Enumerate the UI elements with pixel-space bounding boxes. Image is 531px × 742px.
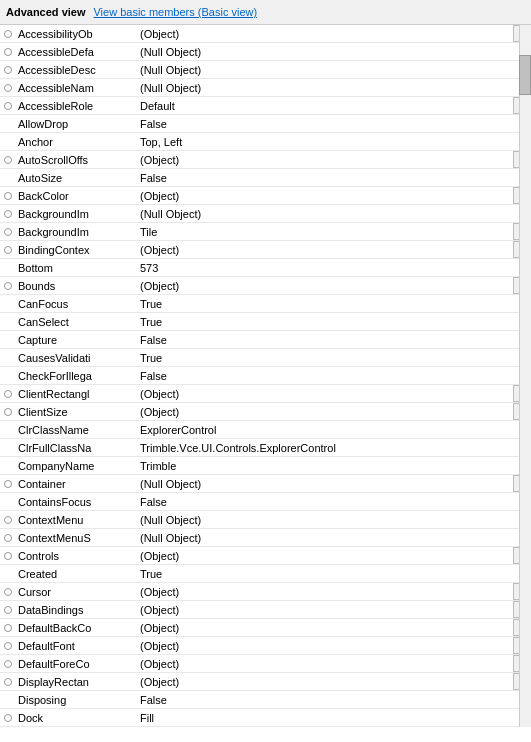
property-name: AccessibleNam bbox=[16, 82, 136, 94]
table-row[interactable]: CausesValidatiTrue bbox=[0, 349, 531, 367]
property-value: (Null Object) bbox=[136, 532, 513, 544]
property-name: Bottom bbox=[16, 262, 136, 274]
property-value: Tile bbox=[136, 226, 513, 238]
table-row[interactable]: DisplayRectan(Object)... bbox=[0, 673, 531, 691]
circle-icon bbox=[0, 156, 16, 164]
property-value: (Null Object) bbox=[136, 478, 513, 490]
property-value: (Null Object) bbox=[136, 64, 513, 76]
property-value: (Object) bbox=[136, 550, 513, 562]
table-row[interactable]: CanSelectTrue bbox=[0, 313, 531, 331]
table-row[interactable]: AccessibleDesc(Null Object) bbox=[0, 61, 531, 79]
property-grid: AccessibilityOb(Object)...AccessibleDefa… bbox=[0, 25, 531, 727]
property-name: BackColor bbox=[16, 190, 136, 202]
property-value: (Null Object) bbox=[136, 208, 513, 220]
table-row[interactable]: ClientSize(Object)... bbox=[0, 403, 531, 421]
property-name: DataBindings bbox=[16, 604, 136, 616]
property-name: AccessibleDefa bbox=[16, 46, 136, 58]
property-name: CanSelect bbox=[16, 316, 136, 328]
circle-icon bbox=[0, 192, 16, 200]
table-row[interactable]: BackColor(Object)... bbox=[0, 187, 531, 205]
property-value: Trimble.Vce.UI.Controls.ExplorerControl bbox=[136, 442, 513, 454]
property-name: AccessibleDesc bbox=[16, 64, 136, 76]
table-row[interactable]: AllowDropFalse bbox=[0, 115, 531, 133]
table-row[interactable]: Bottom573 bbox=[0, 259, 531, 277]
property-value: (Object) bbox=[136, 280, 513, 292]
table-row[interactable]: CreatedTrue bbox=[0, 565, 531, 583]
table-row[interactable]: ClientRectangl(Object)... bbox=[0, 385, 531, 403]
property-name: CompanyName bbox=[16, 460, 136, 472]
property-value: (Null Object) bbox=[136, 46, 513, 58]
property-name: CausesValidati bbox=[16, 352, 136, 364]
table-row[interactable]: DefaultBackCo(Object)... bbox=[0, 619, 531, 637]
property-name: AccessibilityOb bbox=[16, 28, 136, 40]
circle-icon bbox=[0, 624, 16, 632]
table-row[interactable]: CanFocusTrue bbox=[0, 295, 531, 313]
property-value: (Object) bbox=[136, 154, 513, 166]
property-name: ContainsFocus bbox=[16, 496, 136, 508]
circle-icon bbox=[0, 84, 16, 92]
property-value: (Object) bbox=[136, 388, 513, 400]
table-row[interactable]: CompanyNameTrimble bbox=[0, 457, 531, 475]
circle-icon bbox=[0, 282, 16, 290]
table-row[interactable]: ClrFullClassNaTrimble.Vce.UI.Controls.Ex… bbox=[0, 439, 531, 457]
table-row[interactable]: AccessibleDefa(Null Object) bbox=[0, 43, 531, 61]
property-name: Anchor bbox=[16, 136, 136, 148]
property-value: False bbox=[136, 118, 513, 130]
table-row[interactable]: AutoScrollOffs(Object)... bbox=[0, 151, 531, 169]
scrollbar-thumb[interactable] bbox=[519, 55, 531, 95]
property-name: Cursor bbox=[16, 586, 136, 598]
header-title: Advanced view bbox=[6, 6, 85, 18]
property-value: (Object) bbox=[136, 28, 513, 40]
property-value: (Object) bbox=[136, 406, 513, 418]
property-name: CheckForIllega bbox=[16, 370, 136, 382]
table-row[interactable]: ClrClassNameExplorerControl bbox=[0, 421, 531, 439]
property-value: (Object) bbox=[136, 640, 513, 652]
scrollbar-track[interactable] bbox=[519, 25, 531, 727]
property-value: False bbox=[136, 694, 513, 706]
table-row[interactable]: DisposingFalse bbox=[0, 691, 531, 709]
table-row[interactable]: Controls(Object)... bbox=[0, 547, 531, 565]
property-value: False bbox=[136, 370, 513, 382]
basic-view-link[interactable]: View basic members (Basic view) bbox=[93, 6, 257, 18]
property-name: ContextMenu bbox=[16, 514, 136, 526]
table-row[interactable]: DockFill bbox=[0, 709, 531, 727]
table-row[interactable]: BackgroundIm(Null Object) bbox=[0, 205, 531, 223]
property-value: True bbox=[136, 568, 513, 580]
table-row[interactable]: ContainsFocusFalse bbox=[0, 493, 531, 511]
table-row[interactable]: CaptureFalse bbox=[0, 331, 531, 349]
property-name: BackgroundIm bbox=[16, 208, 136, 220]
circle-icon bbox=[0, 390, 16, 398]
property-name: DefaultFont bbox=[16, 640, 136, 652]
property-name: BindingContex bbox=[16, 244, 136, 256]
table-row[interactable]: Bounds(Object)... bbox=[0, 277, 531, 295]
table-row[interactable]: Container(Null Object)... bbox=[0, 475, 531, 493]
circle-icon bbox=[0, 30, 16, 38]
property-value: (Null Object) bbox=[136, 514, 513, 526]
property-value: Default bbox=[136, 100, 513, 112]
circle-icon bbox=[0, 48, 16, 56]
table-row[interactable]: ContextMenuS(Null Object) bbox=[0, 529, 531, 547]
property-name: DefaultBackCo bbox=[16, 622, 136, 634]
circle-icon bbox=[0, 246, 16, 254]
table-row[interactable]: BindingContex(Object)... bbox=[0, 241, 531, 259]
table-row[interactable]: AccessibilityOb(Object)... bbox=[0, 25, 531, 43]
table-row[interactable]: Cursor(Object)... bbox=[0, 583, 531, 601]
table-row[interactable]: AutoSizeFalse bbox=[0, 169, 531, 187]
table-row[interactable]: DataBindings(Object)... bbox=[0, 601, 531, 619]
table-row[interactable]: BackgroundImTile... bbox=[0, 223, 531, 241]
property-name: Container bbox=[16, 478, 136, 490]
property-name: Capture bbox=[16, 334, 136, 346]
property-value: (Object) bbox=[136, 586, 513, 598]
circle-icon bbox=[0, 408, 16, 416]
table-row[interactable]: CheckForIllegaFalse bbox=[0, 367, 531, 385]
property-name: ClrFullClassNa bbox=[16, 442, 136, 454]
property-name: AutoSize bbox=[16, 172, 136, 184]
table-row[interactable]: AccessibleNam(Null Object) bbox=[0, 79, 531, 97]
table-row[interactable]: DefaultForeCo(Object)... bbox=[0, 655, 531, 673]
table-row[interactable]: ContextMenu(Null Object) bbox=[0, 511, 531, 529]
table-row[interactable]: DefaultFont(Object)... bbox=[0, 637, 531, 655]
property-name: AccessibleRole bbox=[16, 100, 136, 112]
circle-icon bbox=[0, 606, 16, 614]
table-row[interactable]: AnchorTop, Left bbox=[0, 133, 531, 151]
table-row[interactable]: AccessibleRoleDefault... bbox=[0, 97, 531, 115]
